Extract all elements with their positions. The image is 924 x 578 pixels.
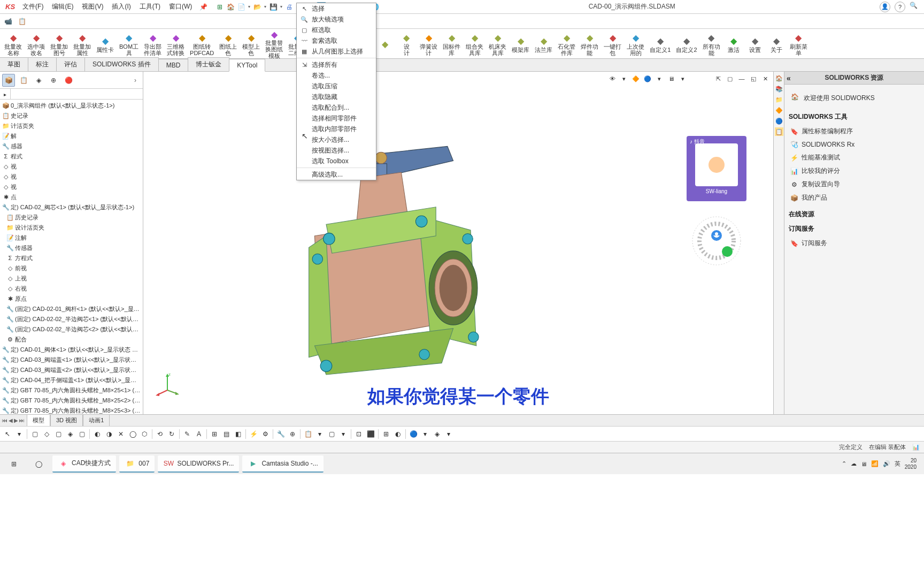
bottom-tool[interactable]: ◇	[41, 429, 52, 439]
excel-icon[interactable]: ⊞	[215, 2, 225, 12]
menu-file[interactable]: 文件(F)	[18, 0, 48, 13]
graphics-viewport[interactable]: 👁▾ 🔶 🔵▾ 🖥▾ ⇱ ▢ — ◱ ✕	[143, 72, 773, 414]
tree-item[interactable]: 🔧(固定) CAD-02-02_半边阀芯<1> (默认<<默认>_显示状	[0, 314, 143, 324]
select-menu-item[interactable]: 选取 Toolbox	[297, 156, 376, 166]
menu-window[interactable]: 窗口(W)	[165, 0, 196, 13]
bottom-tool[interactable]: ⚡	[248, 429, 259, 439]
bottom-tool[interactable]: ↖	[2, 429, 13, 439]
tray-bt-icon[interactable]: 📶	[871, 460, 879, 467]
bottom-tool[interactable]: 🔧	[275, 429, 286, 439]
ribbon-btn-1[interactable]: ◆选中项 改名	[25, 30, 47, 58]
tree-item[interactable]: ◇上视	[0, 273, 143, 284]
ribbon-btn-19[interactable]: ◆国标件 库	[441, 30, 463, 58]
bottom-tool[interactable]: ⟲	[155, 429, 165, 439]
select-menu-item[interactable]: 〰套索选取	[297, 35, 376, 46]
menu-view[interactable]: 视图(V)	[78, 0, 107, 13]
select-menu-item[interactable]: 卷选...	[297, 70, 376, 81]
cortana-icon[interactable]: ◯	[28, 455, 49, 473]
select-menu-item[interactable]: 选取内部零部件	[297, 124, 376, 134]
bottom-tool[interactable]: ⬛	[365, 429, 376, 439]
bottom-tool[interactable]: ▢	[76, 429, 87, 439]
tp-item[interactable]: 📊比较我的评分	[789, 164, 920, 178]
pin-icon[interactable]: 📌	[196, 3, 211, 11]
dropdown-icon[interactable]: ▾	[279, 4, 283, 9]
welcome-row[interactable]: 🏠 欢迎使用 SOLIDWORKS	[789, 89, 920, 107]
prev-icon[interactable]: ◀	[9, 417, 13, 423]
bottom-tool[interactable]: ◐	[92, 429, 103, 439]
tp-item[interactable]: 🔖订阅服务	[789, 237, 920, 250]
bottom-tool[interactable]: ✕	[116, 429, 126, 439]
open-icon[interactable]: 📂	[252, 2, 262, 12]
bottom-tool[interactable]: ◐	[392, 429, 403, 439]
ft-tab-2[interactable]: 📋	[17, 74, 30, 87]
ribbon-btn-30[interactable]: ◆所有功 能	[700, 30, 722, 58]
ribbon-btn-27[interactable]: ◆上次使 用的	[625, 30, 646, 58]
tree-item[interactable]: 📁设计活页夹	[0, 223, 143, 233]
tp-tab-appear[interactable]: 🔵	[775, 117, 783, 125]
tree-item[interactable]: ◇视	[0, 172, 143, 182]
ribbon-btn-28[interactable]: ◆自定义1	[648, 30, 673, 58]
tp-item[interactable]: ⚡性能基准测试	[789, 151, 920, 164]
last-icon[interactable]: ⏭	[19, 417, 25, 423]
first-icon[interactable]: ⏮	[2, 417, 7, 423]
bottom-tool[interactable]: ⊞	[209, 429, 220, 439]
select-menu-item[interactable]: 高级选取...	[297, 169, 376, 180]
user-icon[interactable]: 👤	[880, 2, 890, 12]
ribbon-btn-23[interactable]: ◆法兰库	[533, 30, 555, 58]
system-tray[interactable]: ⌃ ☁ 🖥 📶 🔊 英 202020	[842, 458, 921, 470]
tab-SOLIDWORKS 插件[interactable]: SOLIDWORKS 插件	[84, 57, 159, 71]
bottom-tool[interactable]: ↻	[166, 429, 177, 439]
taskbar-cad-shortcut[interactable]: ◈CAD快捷方式	[52, 455, 116, 473]
ribbon-btn-4[interactable]: ◆属性卡	[94, 30, 116, 58]
bottom-tool[interactable]: ◑	[104, 429, 114, 439]
select-menu-item[interactable]: ▦从几何图形上选择	[297, 46, 376, 57]
ribbon-btn-21[interactable]: ◆机床夹 具库	[487, 30, 509, 58]
search-icon[interactable]: 🔍	[910, 2, 918, 12]
ribbon-btn-26[interactable]: ◆一键打 包	[602, 30, 623, 58]
tab-博士钣金[interactable]: 博士钣金	[188, 57, 229, 71]
next-icon[interactable]: ▶	[14, 417, 18, 423]
bottom-tool[interactable]: ▾	[14, 429, 25, 439]
bottom-tool[interactable]: ▾	[420, 429, 430, 439]
ribbon-btn-10[interactable]: ◆模型上 色	[240, 30, 262, 58]
ribbon-btn-24[interactable]: ◆石化管 件库	[556, 30, 578, 58]
tp-item[interactable]: 🩺SOLIDWORKS Rx	[789, 138, 920, 151]
menu-insert[interactable]: 插入(I)	[107, 0, 135, 13]
bottom-tool[interactable]: ▤	[221, 429, 232, 439]
menu-edit[interactable]: 编辑(E)	[48, 0, 78, 13]
tree-item[interactable]: ⚙配合	[0, 334, 143, 345]
ft-sub-1[interactable]: ▸	[0, 89, 11, 100]
tp-tab-home[interactable]: 🏠	[775, 74, 783, 82]
ribbon-btn-6[interactable]: ◆导出部 件清单	[142, 30, 164, 58]
tp-item[interactable]: 📦我的产品	[789, 191, 920, 204]
select-menu-item[interactable]: ▢框选取	[297, 25, 376, 35]
tree-item[interactable]: 🔧感器	[0, 141, 143, 151]
tree-item[interactable]: 🔧定) GBT 70-85_内六角圆柱头螺栓_M8×25<1> (默认<<默	[0, 385, 143, 396]
bottom-tool[interactable]: ⬡	[139, 429, 150, 439]
tree-item[interactable]: 📦0_演示阀组件 (默认<默认_显示状态-1>)	[0, 101, 143, 111]
home-icon[interactable]: 🏠	[226, 2, 235, 12]
canvas[interactable]: ↖选择🔍放大镜选项▢框选取〰套索选取▦从几何图形上选择⇲选择所有卷选...选取压…	[143, 72, 773, 414]
taskbar-camtasia[interactable]: ▶Camtasia Studio -...	[242, 455, 323, 473]
ribbon-btn-22[interactable]: ◆模架库	[510, 30, 532, 58]
tab-评估[interactable]: 评估	[56, 57, 85, 71]
select-menu-item[interactable]: 🔍放大镜选项	[297, 14, 376, 25]
ribbon-btn-17[interactable]: ◆设 计	[396, 30, 417, 58]
bottom-tool[interactable]: ◈	[432, 429, 442, 439]
bottom-tool[interactable]: ⊕	[287, 429, 298, 439]
ribbon-btn-5[interactable]: ◆BOM工 具	[117, 30, 141, 58]
ribbon-btn-25[interactable]: ◆焊件功 能	[579, 30, 600, 58]
tray-ime[interactable]: 英	[895, 460, 900, 468]
bottom-tool[interactable]: ⚙	[260, 429, 271, 439]
bottom-tool[interactable]: ▾	[338, 429, 349, 439]
select-menu-item[interactable]: 选取隐藏	[297, 92, 376, 102]
view-triad[interactable]: z	[154, 371, 181, 398]
select-menu-item[interactable]: ⇲选择所有	[297, 59, 376, 70]
ribbon-btn-29[interactable]: ◆自定义2	[674, 30, 699, 58]
ribbon-btn-8[interactable]: ◆图纸转 PDFCAD	[188, 30, 216, 58]
select-menu-item[interactable]: 选取压缩	[297, 81, 376, 92]
ribbon-btn-20[interactable]: ◆组合夹 具库	[464, 30, 486, 58]
ft-tab-1[interactable]: 📦	[2, 74, 15, 87]
tree-item[interactable]: 🔧定) CAD-01_阀体<1> (默认<<默认>_显示状态 1>)	[0, 345, 143, 355]
ribbon-btn-11[interactable]: ◆批量替 换图纸 模板	[263, 30, 285, 58]
